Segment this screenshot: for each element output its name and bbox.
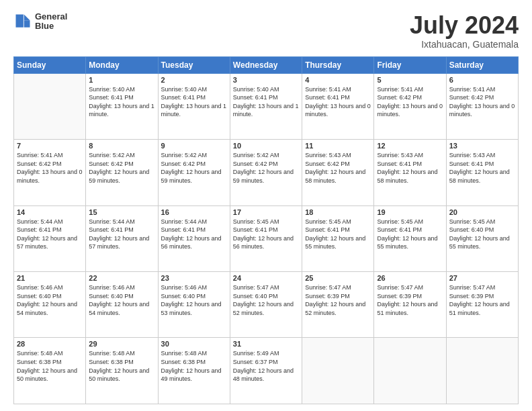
calendar-cell: 28Sunrise: 5:48 AMSunset: 6:38 PMDayligh… [14,338,86,404]
day-info: Sunrise: 5:45 AMSunset: 6:41 PMDaylight:… [377,218,443,251]
calendar-cell: 8Sunrise: 5:42 AMSunset: 6:42 PMDaylight… [86,140,158,205]
day-number: 14 [17,208,83,216]
calendar-cell: 11Sunrise: 5:43 AMSunset: 6:42 PMDayligh… [302,140,374,205]
day-info: Sunrise: 5:46 AMSunset: 6:40 PMDaylight:… [17,283,83,317]
logo-icon [13,12,32,31]
calendar-cell [446,338,518,404]
day-info: Sunrise: 5:42 AMSunset: 6:42 PMDaylight:… [89,151,154,185]
calendar-cell: 1Sunrise: 5:40 AMSunset: 6:41 PMDaylight… [86,73,158,139]
calendar-header-row: SundayMondayTuesdayWednesdayThursdayFrid… [14,56,519,73]
day-info: Sunrise: 5:47 AMSunset: 6:39 PMDaylight:… [449,283,515,317]
day-info: Sunrise: 5:48 AMSunset: 6:38 PMDaylight:… [17,349,83,383]
calendar-cell: 2Sunrise: 5:40 AMSunset: 6:41 PMDaylight… [158,73,230,139]
svg-marker-2 [24,21,30,28]
calendar-cell: 22Sunrise: 5:46 AMSunset: 6:40 PMDayligh… [86,272,158,338]
day-info: Sunrise: 5:40 AMSunset: 6:41 PMDaylight:… [233,85,299,119]
calendar-cell: 18Sunrise: 5:45 AMSunset: 6:41 PMDayligh… [302,205,374,271]
calendar-cell: 10Sunrise: 5:42 AMSunset: 6:42 PMDayligh… [230,140,302,205]
calendar-cell: 24Sunrise: 5:47 AMSunset: 6:40 PMDayligh… [230,272,302,338]
calendar-cell: 23Sunrise: 5:46 AMSunset: 6:40 PMDayligh… [158,272,230,338]
calendar-cell [374,338,446,404]
calendar-cell [14,73,86,139]
calendar-cell: 9Sunrise: 5:42 AMSunset: 6:42 PMDaylight… [158,140,230,205]
day-info: Sunrise: 5:48 AMSunset: 6:38 PMDaylight:… [89,349,154,383]
day-info: Sunrise: 5:45 AMSunset: 6:41 PMDaylight:… [233,218,299,251]
title-area: July 2024 Ixtahuacan, Guatemala [410,12,519,50]
logo-line2: Blue [35,21,67,31]
logo: General Blue [13,12,67,32]
day-header-sunday: Sunday [14,56,86,73]
logo-line1: General [35,12,67,21]
calendar-cell: 14Sunrise: 5:44 AMSunset: 6:41 PMDayligh… [14,205,86,271]
calendar-week-row: 7Sunrise: 5:41 AMSunset: 6:42 PMDaylight… [14,140,519,205]
day-info: Sunrise: 5:49 AMSunset: 6:37 PMDaylight:… [233,349,299,383]
calendar-cell: 5Sunrise: 5:41 AMSunset: 6:42 PMDaylight… [374,73,446,139]
calendar-week-row: 21Sunrise: 5:46 AMSunset: 6:40 PMDayligh… [14,272,519,338]
day-info: Sunrise: 5:40 AMSunset: 6:41 PMDaylight:… [89,85,154,119]
day-number: 22 [89,274,154,282]
logo-text: General Blue [35,12,67,32]
day-info: Sunrise: 5:41 AMSunset: 6:42 PMDaylight:… [377,85,443,119]
day-number: 7 [17,142,83,150]
calendar-week-row: 1Sunrise: 5:40 AMSunset: 6:41 PMDaylight… [14,73,519,139]
day-number: 13 [449,142,515,150]
calendar-cell: 15Sunrise: 5:44 AMSunset: 6:41 PMDayligh… [86,205,158,271]
calendar-cell: 21Sunrise: 5:46 AMSunset: 6:40 PMDayligh… [14,272,86,338]
calendar-cell [302,338,374,404]
day-number: 26 [377,274,443,282]
day-number: 11 [305,142,371,150]
day-number: 29 [89,340,154,348]
day-number: 15 [89,208,154,216]
day-info: Sunrise: 5:48 AMSunset: 6:38 PMDaylight:… [161,349,227,383]
day-number: 12 [377,142,443,150]
calendar-cell: 31Sunrise: 5:49 AMSunset: 6:37 PMDayligh… [230,338,302,404]
day-header-monday: Monday [86,56,158,73]
day-info: Sunrise: 5:42 AMSunset: 6:42 PMDaylight:… [161,151,227,185]
calendar-cell: 6Sunrise: 5:41 AMSunset: 6:42 PMDaylight… [446,73,518,139]
day-number: 1 [89,76,154,84]
day-number: 5 [377,76,443,84]
day-number: 3 [233,76,299,84]
day-info: Sunrise: 5:46 AMSunset: 6:40 PMDaylight:… [161,283,227,317]
calendar-week-row: 14Sunrise: 5:44 AMSunset: 6:41 PMDayligh… [14,205,519,271]
day-number: 24 [233,274,299,282]
calendar-cell: 3Sunrise: 5:40 AMSunset: 6:41 PMDaylight… [230,73,302,139]
calendar-cell: 27Sunrise: 5:47 AMSunset: 6:39 PMDayligh… [446,272,518,338]
day-number: 18 [305,208,371,216]
day-number: 4 [305,76,371,84]
calendar-cell: 4Sunrise: 5:41 AMSunset: 6:41 PMDaylight… [302,73,374,139]
day-number: 27 [449,274,515,282]
day-number: 30 [161,340,227,348]
day-number: 25 [305,274,371,282]
day-number: 21 [17,274,83,282]
main-title: July 2024 [410,12,519,39]
calendar-cell: 16Sunrise: 5:44 AMSunset: 6:41 PMDayligh… [158,205,230,271]
day-info: Sunrise: 5:41 AMSunset: 6:42 PMDaylight:… [449,85,515,119]
day-number: 20 [449,208,515,216]
day-info: Sunrise: 5:44 AMSunset: 6:41 PMDaylight:… [89,218,154,251]
calendar-cell: 29Sunrise: 5:48 AMSunset: 6:38 PMDayligh… [86,338,158,404]
day-number: 17 [233,208,299,216]
calendar-cell: 25Sunrise: 5:47 AMSunset: 6:39 PMDayligh… [302,272,374,338]
calendar-cell: 13Sunrise: 5:43 AMSunset: 6:41 PMDayligh… [446,140,518,205]
day-info: Sunrise: 5:47 AMSunset: 6:39 PMDaylight:… [377,283,443,317]
day-number: 28 [17,340,83,348]
day-info: Sunrise: 5:45 AMSunset: 6:41 PMDaylight:… [305,218,371,251]
day-number: 23 [161,274,227,282]
day-info: Sunrise: 5:44 AMSunset: 6:41 PMDaylight:… [17,218,83,251]
calendar-cell: 26Sunrise: 5:47 AMSunset: 6:39 PMDayligh… [374,272,446,338]
calendar-cell: 20Sunrise: 5:45 AMSunset: 6:40 PMDayligh… [446,205,518,271]
day-info: Sunrise: 5:46 AMSunset: 6:40 PMDaylight:… [89,283,154,317]
day-header-friday: Friday [374,56,446,73]
day-info: Sunrise: 5:44 AMSunset: 6:41 PMDaylight:… [161,218,227,251]
day-info: Sunrise: 5:41 AMSunset: 6:41 PMDaylight:… [305,85,371,119]
calendar-cell: 17Sunrise: 5:45 AMSunset: 6:41 PMDayligh… [230,205,302,271]
day-number: 31 [233,340,299,348]
svg-rect-3 [16,15,24,28]
day-info: Sunrise: 5:40 AMSunset: 6:41 PMDaylight:… [161,85,227,119]
day-header-tuesday: Tuesday [158,56,230,73]
day-header-thursday: Thursday [302,56,374,73]
day-info: Sunrise: 5:43 AMSunset: 6:41 PMDaylight:… [377,151,443,185]
day-number: 10 [233,142,299,150]
day-number: 2 [161,76,227,84]
